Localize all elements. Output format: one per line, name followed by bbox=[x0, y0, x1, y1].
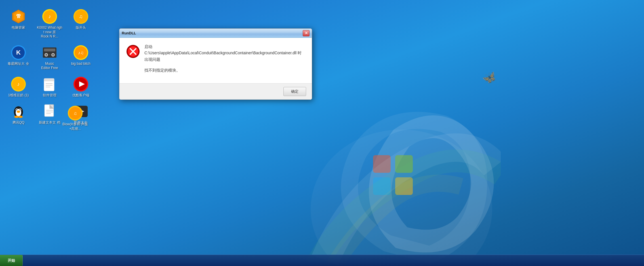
icon-label-k0002: K0002 What right now 原 Rock N R... bbox=[37, 26, 62, 39]
dialog-footer: 确定 bbox=[119, 83, 312, 99]
desktop: 🦋 管 电脑管家 ♪ K0002 What right no bbox=[0, 0, 644, 266]
svg-text:♪: ♪ bbox=[49, 14, 51, 19]
icon-label-weiba: 毒霸网址大 全 bbox=[8, 62, 29, 66]
icon-label-xinjianwenben: 新建文本文 档 bbox=[39, 120, 60, 125]
icon-tengxunqq[interactable]: 腾讯QQ bbox=[6, 103, 31, 125]
icon-label-yuanban: 版开头 bbox=[76, 26, 86, 30]
dialog-ok-button[interactable]: 确定 bbox=[283, 87, 306, 96]
icon-bigbad[interactable]: ♪♫ big bad bitch bbox=[68, 45, 94, 70]
icon-diannaoguan[interactable]: 管 电脑管家 bbox=[6, 9, 31, 39]
svg-point-45 bbox=[14, 116, 19, 118]
error-icon bbox=[126, 45, 140, 58]
icon-label-music-editor: MusicEditor Free bbox=[41, 62, 58, 70]
dialog-title: RunDLL bbox=[122, 31, 136, 35]
windows-logo bbox=[302, 95, 501, 266]
icon-label-tengxunqq: 腾讯QQ bbox=[12, 120, 25, 125]
dialog-main-message: 启动 C:\Users\apple\AppData\Local\Conduit\… bbox=[144, 43, 305, 63]
icon-blow[interactable]: ♫ Blow(H多和 声版+高潮... bbox=[62, 105, 88, 131]
svg-point-22 bbox=[52, 54, 54, 56]
svg-text:♪♫: ♪♫ bbox=[78, 50, 84, 55]
icon-music-editor[interactable]: MusicEditor Free bbox=[37, 45, 62, 70]
svg-point-46 bbox=[18, 116, 23, 118]
dialog-titlebar: RunDLL ✕ bbox=[119, 29, 312, 38]
svg-text:管: 管 bbox=[16, 14, 21, 18]
icon-label-weinian: 1维维豆奶 (1) bbox=[8, 93, 29, 98]
dialog-content: 启动 C:\Users\apple\AppData\Local\Conduit\… bbox=[119, 38, 312, 83]
dialog-text-container: 启动 C:\Users\apple\AppData\Local\Conduit\… bbox=[144, 43, 305, 74]
icon-youku[interactable]: 优酷客户端 bbox=[68, 76, 94, 98]
icon-label-diannaoguan: 电脑管家 bbox=[12, 26, 25, 30]
icon-label-youku: 优酷客户端 bbox=[72, 93, 89, 98]
icon-k0002-music[interactable]: ♪ K0002 What right now 原 Rock N R... bbox=[37, 9, 62, 39]
svg-text:K: K bbox=[16, 49, 21, 56]
start-button[interactable]: 开始 bbox=[0, 255, 23, 266]
butterfly-decoration: 🦋 bbox=[480, 69, 498, 86]
icon-label-bigbad: big bad bitch bbox=[71, 62, 91, 66]
rundll-dialog: RunDLL ✕ 启动 C:\Users\apple\AppData\Local… bbox=[119, 28, 312, 100]
svg-point-44 bbox=[17, 111, 20, 113]
svg-point-42 bbox=[16, 109, 17, 110]
svg-text:♫: ♫ bbox=[73, 111, 77, 116]
icon-label-ruanjian: 软件管理 bbox=[43, 93, 56, 98]
dialog-sub-message: 找不到指定的模块。 bbox=[144, 67, 305, 73]
svg-point-43 bbox=[20, 109, 21, 110]
icon-xinjianwenben[interactable]: 新建文本文 档 bbox=[37, 103, 62, 125]
taskbar: 开始 bbox=[0, 255, 644, 266]
icon-ruanjian[interactable]: 软件管理 bbox=[37, 76, 62, 98]
icon-weinian[interactable]: ♪ 1维维豆奶 (1) bbox=[6, 76, 31, 98]
svg-point-23 bbox=[49, 54, 51, 55]
svg-point-20 bbox=[45, 54, 47, 56]
icon-label-blow: Blow(H多和 声版+高潮... bbox=[62, 122, 88, 131]
svg-text:♫: ♫ bbox=[79, 14, 83, 19]
svg-rect-18 bbox=[44, 49, 55, 51]
icon-weiba[interactable]: K 毒霸网址大 全 bbox=[6, 45, 31, 70]
svg-text:♪: ♪ bbox=[17, 81, 20, 87]
icon-yuanban[interactable]: ♫ 版开头 bbox=[68, 9, 94, 39]
svg-rect-31 bbox=[44, 78, 54, 81]
dialog-close-button[interactable]: ✕ bbox=[303, 30, 310, 36]
